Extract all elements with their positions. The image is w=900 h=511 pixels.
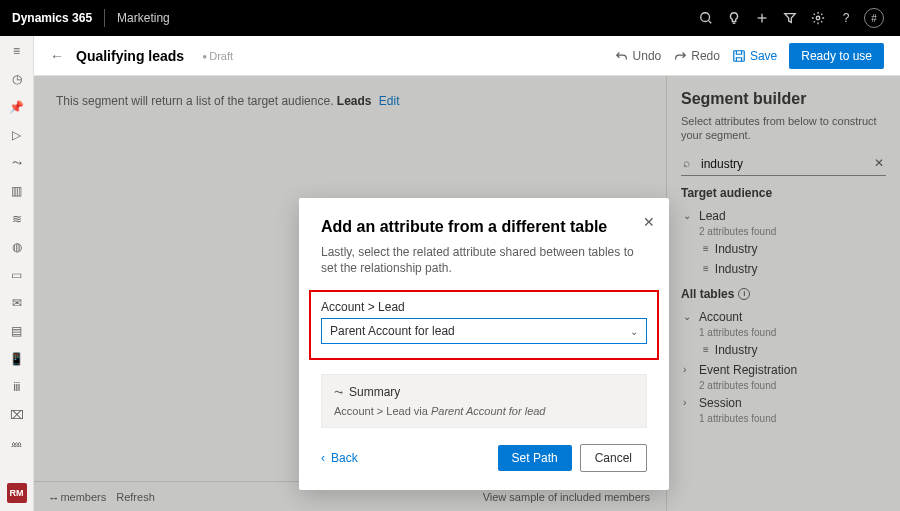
chevron-down-icon: ⌄ xyxy=(630,326,638,337)
back-arrow-icon[interactable]: ← xyxy=(50,48,64,64)
help-icon[interactable]: ? xyxy=(832,4,860,32)
summary-label: Summary xyxy=(349,385,400,399)
rail-flow-icon[interactable]: ⅏ xyxy=(8,434,26,452)
add-attribute-modal: ✕ Add an attribute from a different tabl… xyxy=(299,198,669,490)
chevron-left-icon: ‹ xyxy=(321,451,325,465)
undo-button[interactable]: Undo xyxy=(615,49,662,63)
command-bar: ← Qualifying leads Draft Undo Redo Save … xyxy=(34,36,900,76)
back-button[interactable]: ‹ Back xyxy=(321,451,358,465)
highlighted-region: Account > Lead Parent Account for lead ⌄ xyxy=(309,290,659,360)
rail-stack-icon[interactable]: ▤ xyxy=(8,322,26,340)
user-badge[interactable]: RM xyxy=(7,483,27,503)
rail-lines-icon[interactable]: ≋ xyxy=(8,210,26,228)
undo-label: Undo xyxy=(633,49,662,63)
topbar-divider xyxy=(104,9,105,27)
rail-globe-icon[interactable]: ◍ xyxy=(8,238,26,256)
global-topbar: Dynamics 365 Marketing ? # xyxy=(0,0,900,36)
svg-line-1 xyxy=(709,21,712,24)
status-badge: Draft xyxy=(202,50,233,62)
relationship-dropdown[interactable]: Parent Account for lead ⌄ xyxy=(321,318,647,344)
rail-recent-icon[interactable]: ◷ xyxy=(8,70,26,88)
rail-menu-icon[interactable]: ≡ xyxy=(8,42,26,60)
svg-point-5 xyxy=(816,16,820,20)
redo-button[interactable]: Redo xyxy=(673,49,720,63)
rail-card-icon[interactable]: ▭ xyxy=(8,266,26,284)
relationship-path-label: Account > Lead xyxy=(321,300,647,314)
summary-path: Account > Lead via xyxy=(334,405,431,417)
left-nav-rail: ≡ ◷ 📌 ▷ ⤳ ▥ ≋ ◍ ▭ ✉ ▤ 📱 ⅲ ⌧ ⅏ RM xyxy=(0,36,34,511)
dropdown-value: Parent Account for lead xyxy=(330,324,455,338)
rail-journey-icon[interactable]: ⤳ xyxy=(8,154,26,172)
search-icon[interactable] xyxy=(692,4,720,32)
rail-chart-icon[interactable]: ▥ xyxy=(8,182,26,200)
back-label: Back xyxy=(331,451,358,465)
modal-title: Add an attribute from a different table xyxy=(321,218,647,236)
redo-label: Redo xyxy=(691,49,720,63)
summary-icon: ⤳ xyxy=(334,386,343,399)
ready-to-use-button[interactable]: Ready to use xyxy=(789,43,884,69)
rail-phone-icon[interactable]: 📱 xyxy=(8,350,26,368)
summary-via: Parent Account for lead xyxy=(431,405,546,417)
lightbulb-icon[interactable] xyxy=(720,4,748,32)
user-avatar[interactable]: # xyxy=(860,4,888,32)
save-button[interactable]: Save xyxy=(732,49,777,63)
gear-icon[interactable] xyxy=(804,4,832,32)
filter-icon[interactable] xyxy=(776,4,804,32)
svg-rect-6 xyxy=(734,50,745,61)
cancel-button[interactable]: Cancel xyxy=(580,444,647,472)
module-name: Marketing xyxy=(117,11,170,25)
rail-mail-icon[interactable]: ✉ xyxy=(8,294,26,312)
close-icon[interactable]: ✕ xyxy=(643,214,655,230)
save-label: Save xyxy=(750,49,777,63)
rail-play-icon[interactable]: ▷ xyxy=(8,126,26,144)
summary-box: ⤳ Summary Account > Lead via Parent Acco… xyxy=(321,374,647,428)
add-icon[interactable] xyxy=(748,4,776,32)
rail-db-icon[interactable]: ⌧ xyxy=(8,406,26,424)
set-path-button[interactable]: Set Path xyxy=(498,445,572,471)
page-title: Qualifying leads xyxy=(76,48,184,64)
rail-library-icon[interactable]: ⅲ xyxy=(8,378,26,396)
brand: Dynamics 365 xyxy=(12,11,92,25)
svg-point-0 xyxy=(701,13,710,22)
modal-lead-text: Lastly, select the related attribute sha… xyxy=(321,244,647,276)
rail-pin-icon[interactable]: 📌 xyxy=(8,98,26,116)
